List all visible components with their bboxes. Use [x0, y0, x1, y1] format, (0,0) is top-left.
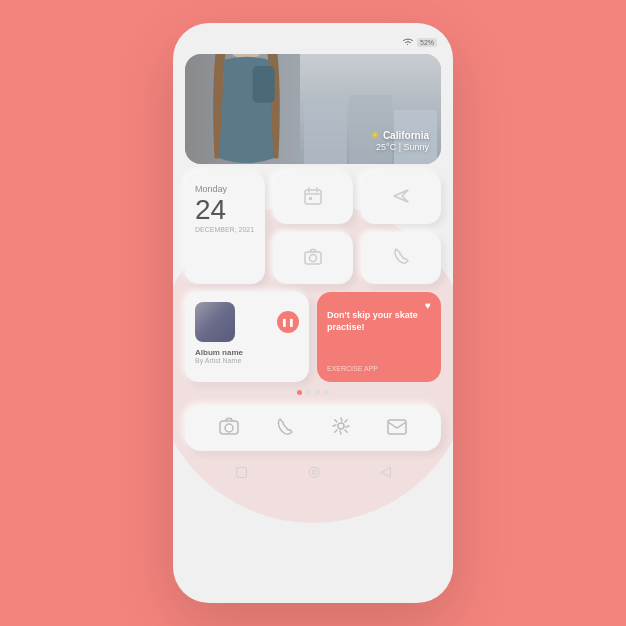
sun-icon: ☀	[370, 129, 380, 142]
exercise-widget[interactable]: ♥ Don't skip your skate practise! EXERCI…	[317, 292, 441, 382]
camera-icon	[303, 246, 323, 270]
calendar-day: Monday	[195, 184, 255, 194]
status-icons: 52%	[402, 37, 437, 48]
svg-rect-15	[388, 420, 406, 434]
svg-rect-9	[309, 197, 312, 200]
music-track-name: Album name	[195, 348, 299, 357]
weather-widget[interactable]: ☀ California 25°C | Sunny	[185, 54, 441, 164]
camera-widget[interactable]	[273, 232, 353, 284]
weather-info: ☀ California 25°C | Sunny	[370, 129, 429, 152]
svg-point-13	[225, 424, 233, 432]
music-player-top: ❚❚	[195, 302, 299, 342]
svg-rect-4	[253, 66, 275, 103]
battery-indicator: 52%	[417, 38, 437, 47]
svg-point-11	[310, 255, 317, 262]
weather-temp: 25°C | Sunny	[370, 142, 429, 152]
page-dot-4[interactable]	[324, 390, 329, 395]
calendar-app-widget[interactable]	[273, 172, 353, 224]
page-dot-2[interactable]	[306, 390, 311, 395]
calendar-widget[interactable]: Monday 24 DECEMBER, 2021	[185, 172, 265, 284]
exercise-app-label: EXERCISE APP	[327, 365, 431, 372]
status-bar: 52%	[185, 33, 441, 54]
dock-settings-icon[interactable]	[330, 415, 352, 441]
navigation-bar: ▢ ◎ ◁	[185, 459, 441, 483]
calendar-icon	[303, 186, 323, 210]
music-artist-name: By Artist Name	[195, 357, 299, 364]
send-widget[interactable]	[361, 172, 441, 224]
widget-grid-bottom: ❚❚ Album name By Artist Name ♥ Don't ski…	[185, 292, 441, 382]
wifi-icon	[402, 37, 414, 48]
page-dot-3[interactable]	[315, 390, 320, 395]
calendar-month-year: DECEMBER, 2021	[195, 226, 255, 233]
music-widget[interactable]: ❚❚ Album name By Artist Name	[185, 292, 309, 382]
nav-home-icon[interactable]: ◎	[308, 463, 320, 479]
album-art	[195, 302, 235, 342]
send-icon	[391, 186, 411, 210]
heart-icon: ♥	[425, 300, 431, 311]
exercise-message: Don't skip your skate practise!	[327, 310, 431, 333]
calendar-date-number: 24	[195, 196, 255, 224]
nav-back-icon[interactable]: ◁	[380, 463, 391, 479]
phone-frame: 52%	[173, 23, 453, 603]
app-dock	[185, 405, 441, 451]
weather-location: California	[383, 130, 429, 141]
phone-content: 52%	[173, 23, 453, 603]
phone-icon	[391, 246, 411, 270]
dock-phone-icon[interactable]	[274, 415, 296, 441]
page-indicator	[185, 390, 441, 395]
svg-point-14	[338, 423, 344, 429]
widget-grid-top: Monday 24 DECEMBER, 2021	[185, 172, 441, 284]
nav-square-icon[interactable]: ▢	[235, 463, 248, 479]
dock-camera-icon[interactable]	[218, 415, 240, 441]
person-image	[185, 54, 308, 164]
dock-mail-icon[interactable]	[386, 415, 408, 441]
pause-icon: ❚❚	[281, 318, 295, 327]
page-dot-1[interactable]	[297, 390, 302, 395]
phone-widget[interactable]	[361, 232, 441, 284]
pause-button[interactable]: ❚❚	[277, 311, 299, 333]
svg-rect-5	[305, 190, 321, 204]
